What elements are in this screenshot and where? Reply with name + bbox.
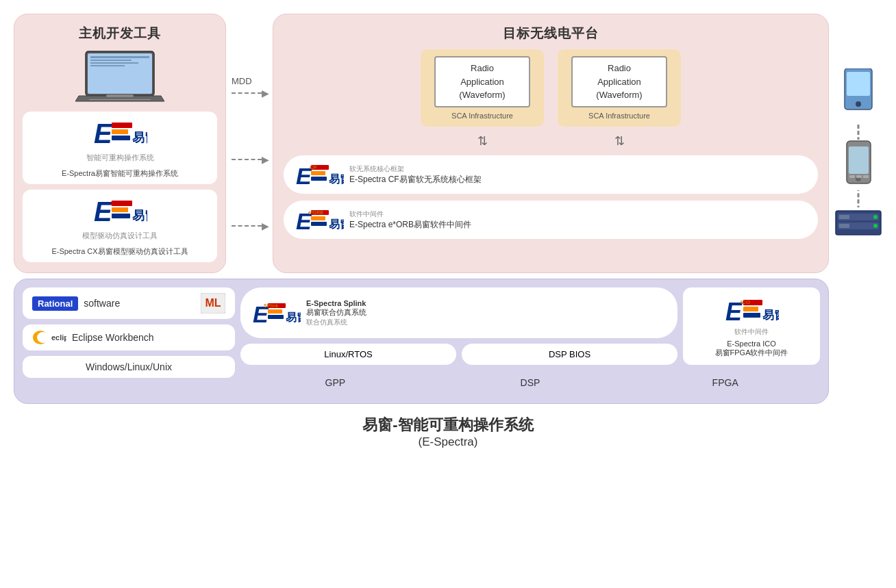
orb-text-area: 软件中间件 E-Spectra e*ORB易窗软件中间件 [349,209,471,231]
orb-main: E-Spectra e*ORB易窗软件中间件 [349,219,471,231]
espectra-cx-card: E 易窗 CX 模型驱动仿真设计工具 E-Spectra CX易窗模型驱动仿真设… [23,190,217,262]
cf-core-card: E 易窗 CF 软无系统核心框架 E-Spectra CF易窗软无系统核心框架 [284,155,818,194]
svg-rect-6 [106,94,134,97]
svg-rect-4 [90,62,138,64]
eclipse-logo-icon: eclipse [32,330,66,345]
ico-logo: E 易窗 ICO [724,294,779,324]
mdd-arrows: MDD ▶ ▶ ▶ [232,14,273,273]
dsp-bios-box: DSP BIOS [462,344,677,365]
waveform-row: RadioApplication(Waveform) SCA Infrastru… [284,49,818,127]
svg-point-61 [873,215,878,219]
os-row: Linux/RTOS DSP BIOS [240,344,677,365]
svg-rect-3 [90,60,132,61]
radio-app-screen-1: RadioApplication(Waveform) [434,56,530,107]
dsp-box: DSP [436,370,625,395]
pda-icon [841,68,875,120]
svg-rect-16 [112,214,130,218]
splink-col: E 易窗 SPlink E-Spectra Splink 易窗联合仿真系统 [240,287,677,365]
splink-sub2: 联合仿真系统 [306,318,366,327]
host-dev-panel: 主机开发工具 [14,14,226,273]
svg-rect-55 [849,175,855,178]
splink-logo: E 易窗 SPlink [251,299,301,327]
radio-app-screen-2: RadioApplication(Waveform) [571,56,667,107]
splink-card: E 易窗 SPlink E-Spectra Splink 易窗联合仿真系统 [240,287,677,338]
arrow-3: ▶ [232,220,269,231]
svg-text:SPlink: SPlink [264,303,279,308]
full-layout: 主机开发工具 [14,14,882,449]
svg-rect-64 [839,224,849,228]
svg-rect-63 [839,215,849,219]
host-panel-title: 主机开发工具 [79,25,161,42]
ico-main: E-Spectra ICO易窗FPGA软件中间件 [715,340,788,358]
splink-text: E-Spectra Splink 易窗联合仿真系统 联合仿真系统 [306,299,366,327]
svg-rect-45 [743,313,760,318]
device-3 [834,207,882,241]
svg-text:易窗: 易窗 [762,308,779,322]
cf-sub: 软无系统核心框架 [349,164,482,174]
footer: 易窗-智能可重构操作系统 (E-Spectra) [14,415,882,449]
top-panels: 主机开发工具 [14,14,829,273]
cf-main: E-Spectra CF易窗软无系统核心框架 [349,174,482,186]
svg-text:CX: CX [110,200,119,207]
svg-rect-2 [90,56,149,58]
splink-label: E-Spectra Splink [306,299,366,307]
footer-line1: 易窗-智能可重构操作系统 [14,415,882,435]
bottom-right: E 易窗 SPlink E-Spectra Splink 易窗联合仿真系统 [240,287,820,395]
bottom-panels: Rational software ML [14,279,829,404]
ico-sub1: 软件中间件 [734,327,769,337]
svg-rect-44 [743,307,758,311]
svg-rect-39 [268,315,284,319]
svg-rect-56 [856,175,862,178]
svg-text:易窗: 易窗 [132,130,147,144]
orb-card: E 易窗 e*ORB 软件中间件 E-Spectra e*ORB易窗软件中间件 [284,201,818,239]
content-area: 主机开发工具 [14,14,829,404]
target-panel-title: 目标无线电平台 [284,25,818,42]
device-2 [843,140,874,190]
svg-rect-15 [112,207,128,212]
orb-logo: E 易窗 e*ORB [295,206,344,233]
rational-ml-icon: ML [201,293,225,314]
espectra-os-logo: E 易窗 [92,117,147,147]
svg-text:ICO: ICO [741,299,750,305]
devices-column [834,14,882,241]
eclipse-card: eclipse Eclipse Workbench [23,324,235,350]
cf-logo: E 易窗 CF [295,161,344,188]
mobile-icon [843,140,874,188]
device-1 [841,68,875,123]
splink-ico-row: E 易窗 SPlink E-Spectra Splink 易窗联合仿真系统 [240,287,820,365]
windows-card: Windows/Linux/Unix [23,356,235,378]
espectra-cx-main: E-Spectra CX易窗模型驱动仿真设计工具 [51,246,188,257]
svg-text:ML: ML [205,297,221,309]
target-radio-panel: 目标无线电平台 RadioApplication(Waveform) SCA I… [273,14,829,273]
svg-rect-11 [112,136,130,140]
waveform-box-1: RadioApplication(Waveform) SCA Infrastru… [421,49,544,127]
svg-rect-1 [88,53,152,94]
espectra-cx-sub: 模型驱动仿真设计工具 [82,231,158,241]
server-icon [834,207,882,238]
sca-infra-2: SCA Infrastructure [588,112,650,120]
svg-rect-38 [268,309,282,314]
waveform-box-2: RadioApplication(Waveform) SCA Infrastru… [558,49,681,127]
rational-software-label: software [84,298,120,309]
svg-text:e*ORB: e*ORB [308,210,323,215]
svg-rect-28 [311,222,327,226]
arrow-ud-1: ⇅ [421,133,544,149]
svg-text:CF: CF [310,164,317,170]
splink-sublabel: 易窗联合仿真系统 [306,307,366,318]
rational-badge: Rational [32,296,78,311]
espectra-os-main: E-Spectra易窗智能可重构操作系统 [62,168,178,179]
fpga-box: FPGA [630,370,820,395]
ico-col: E 易窗 ICO 软件中间件 E-Spectra ICO易窗FPGA软件中间件 [683,287,820,365]
svg-rect-9 [112,123,132,128]
arrow-ud-2: ⇅ [558,133,681,149]
arrow-2: ▶ [232,154,269,165]
svg-rect-49 [847,72,870,96]
svg-point-62 [873,224,878,228]
svg-text:eclipse: eclipse [51,333,66,342]
espectra-cx-logo: E 易窗 CX [92,195,147,225]
svg-text:易窗: 易窗 [329,218,344,230]
laptop-icon [75,48,164,106]
sca-arrows: ⇅ ⇅ [284,133,818,149]
svg-text:E: E [94,118,113,147]
cf-text-area: 软无系统核心框架 E-Spectra CF易窗软无系统核心框架 [349,164,482,186]
